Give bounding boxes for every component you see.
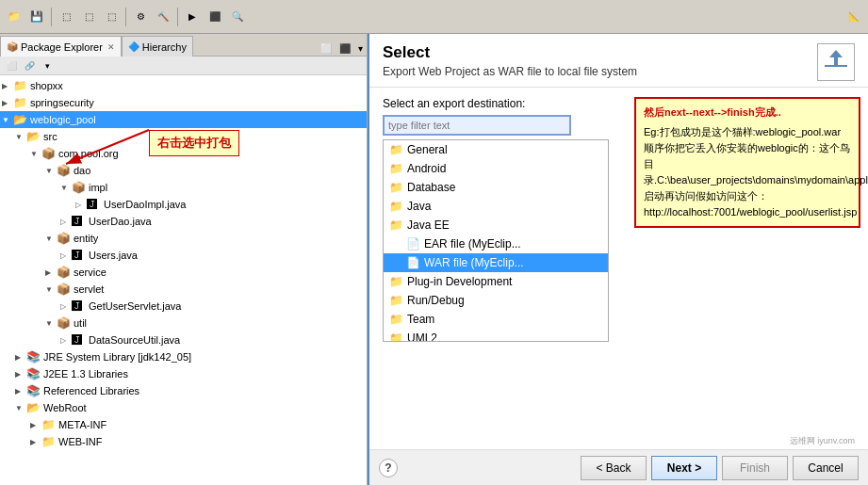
next-button[interactable]: Next > xyxy=(651,456,717,480)
icon-springsecurity: 📁 xyxy=(13,96,28,109)
back-button[interactable]: < Back xyxy=(581,456,647,480)
export-item-team[interactable]: 📁 Team xyxy=(384,310,608,329)
export-item-rundebug[interactable]: 📁 Run/Debug xyxy=(384,291,608,310)
icon-ref-libs: 📚 xyxy=(26,384,41,397)
cancel-button[interactable]: Cancel xyxy=(793,456,859,480)
finish-button[interactable]: Finish xyxy=(722,456,788,480)
tree-item-impl[interactable]: ▼ 📦 impl xyxy=(0,179,367,196)
folder-icon-plugin: 📁 xyxy=(389,275,403,288)
toolbar-btn-6[interactable]: ⚙ xyxy=(130,8,151,26)
toolbar-btn-5[interactable]: ⬚ xyxy=(101,8,122,26)
label-datasourceutil: DataSourceUtil.java xyxy=(87,334,180,346)
left-panel: 📦 Package Explorer ✕ 🔷 Hierarchy ⬜ ⬛ ▾ ⬜… xyxy=(0,34,368,485)
arrow-ref-libs: ▶ xyxy=(15,387,26,396)
explorer-toolbar: ⬜ 🔗 ▾ xyxy=(0,57,367,75)
hierarchy-icon: 🔷 xyxy=(128,41,139,52)
footer-left: ? xyxy=(379,459,398,477)
toolbar-btn-8[interactable]: ▶ xyxy=(182,8,203,26)
tree-item-meta-inf[interactable]: ▶ 📁 META-INF xyxy=(0,416,367,433)
toolbar-btn-1[interactable]: 📁 xyxy=(4,8,25,26)
arrow-com: ▼ xyxy=(30,150,41,158)
export-item-general[interactable]: 📁 General xyxy=(384,140,608,159)
toolbar-btn-2[interactable]: 💾 xyxy=(26,8,47,26)
arrow-weblogic-pool: ▼ xyxy=(2,116,13,124)
label-impl: impl xyxy=(87,182,107,193)
view-menu-btn[interactable]: ▾ xyxy=(39,58,56,73)
toolbar-btn-3[interactable]: ⬚ xyxy=(56,8,76,26)
tree-item-weblogic-pool[interactable]: ▼ 📂 weblogic_pool xyxy=(0,111,367,128)
export-item-ear[interactable]: 📄 EAR file (MyEclip... xyxy=(384,234,608,253)
icon-service: 📦 xyxy=(57,266,72,279)
label-web-inf: WEB-INF xyxy=(57,436,102,447)
folder-icon-team: 📁 xyxy=(389,313,403,326)
tree-item-j2ee[interactable]: ▶ 📚 J2EE 1.3 Libraries xyxy=(0,365,367,382)
info-box: 然后next--next-->finish完成.. Eg:打包成功是这个猫样:w… xyxy=(634,97,860,228)
export-item-war[interactable]: 📄 WAR file (MyEclip... xyxy=(384,253,608,272)
label-service: service xyxy=(72,267,106,278)
export-item-database[interactable]: 📁 Database xyxy=(384,178,608,197)
arrow-service: ▶ xyxy=(45,268,57,277)
svg-marker-4 xyxy=(829,50,843,57)
tree-item-userdaoimpl[interactable]: ▷ 🅹 UserDaoImpl.java xyxy=(0,196,367,213)
tree-item-shopxx[interactable]: ▶ 📁 shopxx xyxy=(0,77,367,94)
label-shopxx: shopxx xyxy=(28,80,63,91)
export-item-javaee[interactable]: 📁 Java EE xyxy=(384,216,608,234)
arrow-springsecurity: ▶ xyxy=(2,99,13,107)
toolbar-btn-7[interactable]: 🔨 xyxy=(153,8,173,26)
tree-item-dao[interactable]: ▼ 📦 dao xyxy=(0,162,367,179)
help-button[interactable]: ? xyxy=(379,459,398,477)
package-explorer-label: Package Explorer xyxy=(21,41,103,53)
link-editor-btn[interactable]: 🔗 xyxy=(21,58,38,73)
tree-item-jre[interactable]: ▶ 📚 JRE System Library [jdk142_05] xyxy=(0,348,367,365)
tree-item-ref-libs[interactable]: ▶ 📚 Referenced Libraries xyxy=(0,382,367,399)
label-meta-inf: META-INF xyxy=(57,419,106,430)
tree-item-webroot[interactable]: ▼ 📂 WebRoot xyxy=(0,399,367,416)
icon-web-inf: 📁 xyxy=(41,435,57,448)
toolbar-maximize[interactable]: ⬛ xyxy=(336,41,354,57)
label-servlet: servlet xyxy=(72,283,104,295)
tab-close-icon[interactable]: ✕ xyxy=(107,42,115,52)
tree-item-util[interactable]: ▼ 📦 util xyxy=(0,315,367,331)
dialog-export-icon xyxy=(817,43,855,81)
tree-item-springsecurity[interactable]: ▶ 📁 springsecurity xyxy=(0,94,367,111)
tree-item-entity[interactable]: ▼ 📦 entity xyxy=(0,230,367,247)
toolbar-btn-perspective[interactable]: 📐 xyxy=(843,8,864,26)
tree-item-servlet[interactable]: ▼ 📦 servlet xyxy=(0,281,367,298)
toolbar-minimize[interactable]: ⬜ xyxy=(317,41,336,57)
icon-users: 🅹 xyxy=(72,250,87,261)
filter-input[interactable] xyxy=(383,115,571,136)
toolbar-btn-9[interactable]: ⬛ xyxy=(205,8,225,26)
label-users: Users.java xyxy=(87,250,138,261)
tree-item-userdao[interactable]: ▷ 🅹 UserDao.java xyxy=(0,213,367,230)
hierarchy-label: Hierarchy xyxy=(142,41,187,53)
tree-item-service[interactable]: ▶ 📦 service xyxy=(0,264,367,281)
export-item-uml2[interactable]: 📁 UML2 xyxy=(384,329,608,342)
toolbar-btn-4[interactable]: ⬚ xyxy=(78,8,99,26)
tab-bar: 📦 Package Explorer ✕ 🔷 Hierarchy ⬜ ⬛ ▾ xyxy=(0,34,367,57)
label-springsecurity: springsecurity xyxy=(28,97,94,108)
export-item-plugin[interactable]: 📁 Plug-in Development xyxy=(384,272,608,291)
tab-hierarchy[interactable]: 🔷 Hierarchy xyxy=(122,36,193,57)
tree-item-users[interactable]: ▷ 🅹 Users.java xyxy=(0,247,367,264)
toolbar-btn-10[interactable]: 🔍 xyxy=(227,8,248,26)
tree-item-web-inf[interactable]: ▶ 📁 WEB-INF xyxy=(0,433,367,450)
tree-item-getuserservlet[interactable]: ▷ 🅹 GetUserServlet.java xyxy=(0,298,367,315)
arrow-entity: ▼ xyxy=(45,234,57,243)
export-item-java[interactable]: 📁 Java xyxy=(384,197,608,216)
label-com: com.pool.org xyxy=(57,148,119,159)
icon-meta-inf: 📁 xyxy=(41,418,57,431)
icon-shopxx: 📁 xyxy=(13,79,28,92)
label-getuserservlet: GetUserServlet.java xyxy=(87,300,181,312)
arrow-util: ▼ xyxy=(45,319,57,328)
dialog-subtitle: Export Web Project as WAR file to local … xyxy=(383,65,637,78)
export-item-android[interactable]: 📁 Android xyxy=(384,159,608,178)
arrow-dao: ▼ xyxy=(45,167,57,175)
svg-rect-2 xyxy=(825,65,847,67)
label-ref-libs: Referenced Libraries xyxy=(41,385,139,396)
label-j2ee: J2EE 1.3 Libraries xyxy=(41,368,128,380)
tree-item-datasourceutil[interactable]: ▷ 🅹 DataSourceUtil.java xyxy=(0,331,367,348)
toolbar-view-menu[interactable]: ▾ xyxy=(354,41,367,57)
collapse-all-btn[interactable]: ⬜ xyxy=(3,58,20,73)
tab-package-explorer[interactable]: 📦 Package Explorer ✕ xyxy=(0,36,122,57)
arrow-servlet: ▼ xyxy=(45,285,57,294)
